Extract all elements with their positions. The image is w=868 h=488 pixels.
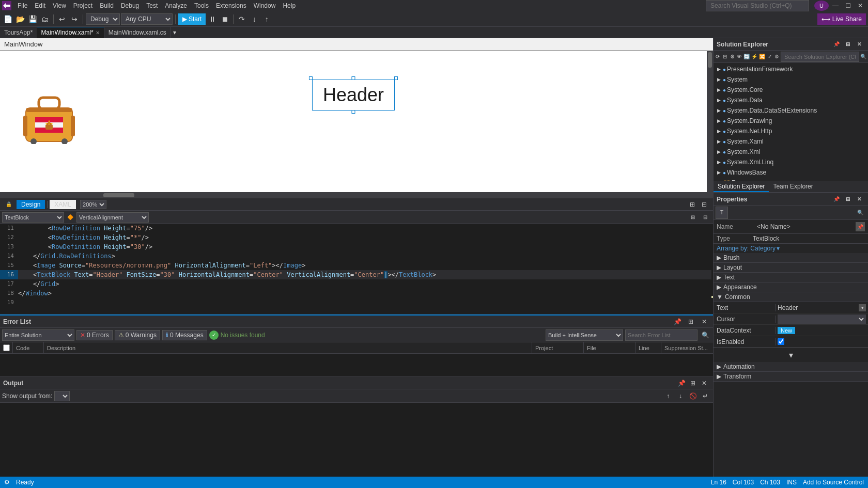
se-collapse-all-icon[interactable]: ⊟ bbox=[722, 51, 729, 62]
selection-handle-tc[interactable] bbox=[351, 76, 355, 80]
output-clear-icon[interactable]: 🚫 bbox=[687, 390, 699, 402]
start-button[interactable]: ▶ Start bbox=[178, 13, 206, 25]
se-search-icon[interactable]: 🔍 bbox=[860, 51, 867, 62]
output-expand-icon[interactable]: ⊞ bbox=[687, 377, 699, 389]
redo-btn[interactable]: ↪ bbox=[69, 13, 80, 25]
output-scroll-down-icon[interactable]: ↓ bbox=[675, 390, 686, 402]
prop-expand-icon[interactable]: ⊞ bbox=[842, 194, 854, 205]
mainwindow-cs-tab[interactable]: MainWindow.xaml.cs bbox=[104, 27, 171, 38]
menu-edit[interactable]: Edit bbox=[32, 0, 49, 11]
se-item-system-xaml[interactable]: ▶ ● System.Xaml bbox=[714, 136, 868, 147]
undo-btn[interactable]: ↩ bbox=[56, 13, 68, 25]
menu-window[interactable]: Window bbox=[251, 0, 279, 11]
col-line[interactable]: Line bbox=[636, 342, 661, 353]
user-avatar[interactable]: U bbox=[814, 1, 829, 11]
se-sync-icon[interactable]: ⟳ bbox=[715, 51, 721, 62]
menu-file[interactable]: File bbox=[14, 0, 30, 11]
se-item-system-data[interactable]: ▶ ● System.Data bbox=[714, 95, 868, 105]
se-item-system-xml[interactable]: ▶ ● System.Xml bbox=[714, 147, 868, 157]
zoom-dropdown[interactable]: 200% bbox=[80, 200, 106, 209]
build-filter-dropdown[interactable]: Build + IntelliSense bbox=[546, 329, 623, 341]
transform-category[interactable]: ▶ Transform bbox=[714, 372, 868, 382]
menu-view[interactable]: View bbox=[50, 0, 69, 11]
project-tab[interactable]: ToursApp* bbox=[0, 27, 37, 38]
se-git-icon[interactable]: 🔀 bbox=[758, 51, 766, 62]
design-hscrollbar[interactable] bbox=[0, 192, 707, 198]
menu-test[interactable]: Test bbox=[143, 0, 161, 11]
menu-help[interactable]: Help bbox=[280, 0, 299, 11]
step-over-btn[interactable]: ↷ bbox=[236, 13, 247, 25]
menu-project[interactable]: Project bbox=[70, 0, 96, 11]
platform-dropdown[interactable]: Any CPU bbox=[121, 13, 173, 25]
text-category[interactable]: ▶ Text bbox=[714, 273, 868, 282]
se-settings-icon[interactable]: ⚙ bbox=[773, 51, 780, 62]
prop-pin-small-icon[interactable]: 📌 bbox=[856, 222, 865, 231]
step-into-btn[interactable]: ↓ bbox=[249, 13, 260, 25]
col-description[interactable]: Description bbox=[44, 342, 532, 353]
menu-extensions[interactable]: Extensions bbox=[213, 0, 250, 11]
col-suppression[interactable]: Suppression St... bbox=[661, 342, 713, 353]
messages-badge[interactable]: ℹ 0 Messages bbox=[162, 330, 207, 340]
common-category[interactable]: ▼ Common bbox=[714, 292, 868, 302]
output-source-dropdown[interactable] bbox=[54, 391, 70, 401]
close-button[interactable]: ✕ bbox=[855, 0, 866, 11]
se-item-system[interactable]: ▶ ● System bbox=[714, 74, 868, 85]
menu-analyze[interactable]: Analyze bbox=[162, 0, 190, 11]
se-properties-icon[interactable]: ⚙ bbox=[729, 51, 736, 62]
vs-search-input[interactable] bbox=[706, 0, 809, 11]
design-vscrollbar[interactable] bbox=[707, 51, 713, 198]
se-expand-icon[interactable]: ⊞ bbox=[842, 39, 854, 50]
tab-overflow-button[interactable]: ▾ bbox=[171, 29, 178, 36]
element-dropdown[interactable]: TextBlock bbox=[2, 212, 64, 223]
selection-handle-tl[interactable] bbox=[309, 76, 313, 80]
error-filter-dropdown[interactable]: Entire Solution bbox=[2, 329, 74, 341]
arrange-by-dropdown[interactable]: Arrange by: Category ▾ bbox=[714, 244, 868, 253]
output-scroll-up-icon[interactable]: ↑ bbox=[662, 390, 674, 402]
menu-build[interactable]: Build bbox=[97, 0, 117, 11]
menu-debug[interactable]: Debug bbox=[118, 0, 142, 11]
minimize-button[interactable]: — bbox=[830, 0, 841, 11]
se-item-system-drawing[interactable]: ▶ ● System.Drawing bbox=[714, 116, 868, 126]
header-textblock[interactable]: Header bbox=[312, 80, 395, 111]
output-pin-icon[interactable]: 📌 bbox=[676, 377, 687, 389]
isenabled-checkbox[interactable] bbox=[778, 338, 784, 345]
save-btn[interactable]: 💾 bbox=[27, 13, 38, 25]
source-control-text[interactable]: Add to Source Control bbox=[803, 479, 864, 486]
collapse-editor-icon[interactable]: ⊟ bbox=[700, 212, 711, 223]
panel-lock-icon[interactable]: 🔒 bbox=[3, 199, 14, 210]
debug-config-dropdown[interactable]: Debug bbox=[86, 13, 120, 25]
panel-expand-icon[interactable]: ⊞ bbox=[687, 199, 698, 210]
save-all-btn[interactable]: 🗂 bbox=[39, 13, 51, 25]
cursor-dropdown[interactable] bbox=[778, 314, 866, 324]
se-git-commit-icon[interactable]: ✓ bbox=[766, 51, 773, 62]
errors-badge[interactable]: ✕ 0 Errors bbox=[76, 330, 113, 340]
design-view-button[interactable]: Design bbox=[17, 200, 45, 209]
se-filter-icon[interactable]: ⚡ bbox=[751, 51, 758, 62]
step-out-btn[interactable]: ↑ bbox=[261, 13, 272, 25]
selection-handle-tr[interactable] bbox=[394, 76, 398, 80]
warnings-badge[interactable]: ⚠ 0 Warnings bbox=[115, 330, 160, 340]
selection-handle-bc[interactable] bbox=[351, 110, 355, 114]
se-item-system-xml-linq[interactable]: ▶ ● System.Xml.Linq bbox=[714, 157, 868, 167]
se-item-system-core[interactable]: ▶ ● System.Core bbox=[714, 85, 868, 95]
live-share-button[interactable]: ⟷ Live Share bbox=[817, 13, 866, 25]
prop-cursor-value[interactable] bbox=[776, 314, 868, 324]
error-list-pin-icon[interactable]: 📌 bbox=[672, 316, 683, 327]
prop-type-icon[interactable]: T bbox=[716, 207, 728, 219]
se-item-presentationframework[interactable]: ▶ ● PresentationFramework bbox=[714, 64, 868, 74]
se-item-system-nethttp[interactable]: ▶ ● System.Net.Http bbox=[714, 126, 868, 136]
output-close-icon[interactable]: ✕ bbox=[699, 377, 710, 389]
text-prop-options-icon[interactable]: ▾ bbox=[859, 304, 866, 311]
se-item-windowsbase[interactable]: ▶ ● WindowsBase bbox=[714, 167, 868, 178]
col-file[interactable]: File bbox=[584, 342, 636, 353]
error-search-input[interactable] bbox=[625, 329, 698, 341]
col-project[interactable]: Project bbox=[532, 342, 584, 353]
col-check[interactable] bbox=[0, 342, 13, 353]
tree-expand-icon[interactable]: ▶ bbox=[716, 67, 722, 72]
se-show-all-icon[interactable]: 👁 bbox=[736, 51, 742, 62]
datacontext-new-button[interactable]: New bbox=[778, 327, 795, 334]
output-wordwrap-icon[interactable]: ↵ bbox=[700, 390, 711, 402]
xaml-view-button[interactable]: XAML bbox=[50, 200, 76, 209]
mainwindow-xaml-tab[interactable]: MainWindow.xaml* ✕ bbox=[37, 27, 104, 38]
close-tab-icon[interactable]: ✕ bbox=[96, 30, 100, 36]
